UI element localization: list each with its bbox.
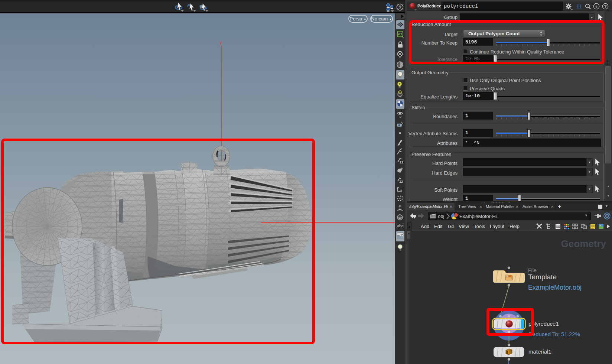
svg-text:y: y <box>219 39 222 45</box>
svg-text:i: i <box>596 4 597 9</box>
svg-text:12: 12 <box>399 180 403 183</box>
svg-text:12: 12 <box>400 160 403 164</box>
svg-text:abc: abc <box>397 224 404 228</box>
svg-text:H: H <box>577 3 582 10</box>
svg-text:?: ? <box>398 4 401 10</box>
svg-text:?: ? <box>604 4 607 9</box>
